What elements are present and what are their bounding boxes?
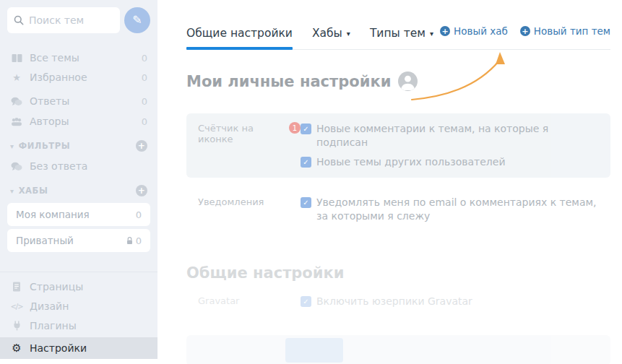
settings-content: Мои личные настройки Счётчик на иконке 1… xyxy=(186,50,610,364)
counter-badge: 1 xyxy=(289,122,301,134)
page-icon xyxy=(10,282,23,292)
hub-item-my-company[interactable]: Моя компания 0 xyxy=(7,203,150,226)
checkbox-checked-icon[interactable]: ✓ xyxy=(301,124,311,134)
personal-settings-section: Мои личные настройки Счётчик на иконке 1… xyxy=(186,72,610,242)
sidebar-item-authors[interactable]: Авторы 0 xyxy=(0,111,157,131)
sidebar-item-settings[interactable]: ⚙ Настройки xyxy=(0,337,157,359)
sidebar-item-design[interactable]: </> Дизайн xyxy=(0,296,157,316)
lock-icon xyxy=(126,237,133,245)
chevron-down-icon[interactable]: ▾ xyxy=(10,187,14,195)
tab-label: Типы тем xyxy=(370,27,426,40)
setting-row-gravatar: Gravatar ✓ Включить юзерпики Gravatar xyxy=(186,295,610,309)
app-window: ✎ Все темы 0 ★ Избранное 0 Ответы 0 Авто… xyxy=(0,0,622,364)
sidebar-item-label: Дизайн xyxy=(30,300,69,312)
gear-icon: ⚙ xyxy=(10,342,23,355)
section-title: Общие настройки xyxy=(186,264,610,282)
sidebar-item-label: Без ответа xyxy=(30,160,87,172)
code-icon: </> xyxy=(10,303,23,311)
hub-item-private[interactable]: Приватный 0 xyxy=(7,229,150,252)
section-title-text: Общие настройки xyxy=(186,264,344,282)
item-count: 0 xyxy=(142,72,147,83)
comments-icon xyxy=(10,97,23,106)
book-icon xyxy=(10,53,23,63)
setting-label: Счётчик на иконке 1 xyxy=(198,122,301,169)
general-settings-section: Общие настройки Gravatar ✓ Включить юзер… xyxy=(186,264,610,364)
checkbox-icon[interactable]: ✓ xyxy=(301,296,311,307)
hub-count: 0 xyxy=(126,235,142,246)
checkbox-option[interactable]: ✓ Новые комментарии к темам, на которые … xyxy=(301,122,599,150)
hub-count: 0 xyxy=(136,209,142,220)
add-filter-button[interactable]: + xyxy=(136,140,147,152)
sidebar-divider xyxy=(0,272,157,272)
chevron-down-icon: ▾ xyxy=(347,30,350,38)
add-hub-button[interactable]: + xyxy=(136,185,147,196)
chevron-down-icon[interactable]: ▾ xyxy=(10,142,14,150)
sidebar-item-label: Ответы xyxy=(30,95,69,107)
setting-row-icon-counter: Счётчик на иконке 1 ✓ Новые комментарии … xyxy=(186,113,610,178)
checkbox-checked-icon[interactable]: ✓ xyxy=(301,197,311,208)
page-title: Мои личные настройки xyxy=(186,72,610,91)
main-panel: Общие настройки Хабы ▾ Типы тем ▾ + Новы… xyxy=(157,0,622,364)
users-icon xyxy=(10,117,23,126)
sidebar-item-unanswered[interactable]: Без ответа xyxy=(0,156,157,176)
star-icon: ★ xyxy=(10,72,23,83)
sidebar-item-label: Настройки xyxy=(30,342,87,354)
tab-label: Хабы xyxy=(312,27,342,40)
sidebar-item-label: Плагины xyxy=(30,320,77,332)
pencil-icon: ✎ xyxy=(132,14,142,26)
plus-circle-icon: + xyxy=(520,26,530,36)
plug-icon xyxy=(10,321,23,331)
tab-hubs[interactable]: Хабы ▾ xyxy=(312,27,350,40)
checkbox-option[interactable]: ✓ Включить юзерпики Gravatar xyxy=(301,295,472,308)
new-topic-type-link[interactable]: + Новый тип тем xyxy=(520,25,610,37)
sidebar-item-label: Страницы xyxy=(30,281,83,292)
plus-circle-icon: + xyxy=(440,26,450,36)
item-count: 0 xyxy=(142,96,147,107)
sidebar-item-answers[interactable]: Ответы 0 xyxy=(0,91,157,111)
sidebar-item-label: Авторы xyxy=(30,116,69,127)
checkbox-option[interactable]: ✓ Новые темы других пользователей xyxy=(301,155,599,169)
tab-general-settings[interactable]: Общие настройки xyxy=(186,27,293,40)
checkbox-checked-icon[interactable]: ✓ xyxy=(301,157,311,168)
section-title: ХАБЫ xyxy=(19,186,48,196)
sidebar-item-label: Все темы xyxy=(30,52,79,64)
search-input[interactable] xyxy=(29,14,113,26)
search-box[interactable] xyxy=(7,7,120,33)
sidebar-section-hubs: ▾ ХАБЫ + xyxy=(0,181,157,200)
option-label: Включить юзерпики Gravatar xyxy=(316,295,472,308)
option-label: Уведомлять меня по email о комментариях … xyxy=(316,196,599,223)
section-title: ФИЛЬТРЫ xyxy=(19,141,71,151)
page-title-text: Мои личные настройки xyxy=(186,72,391,91)
comments-icon xyxy=(10,162,23,171)
faded-button-shape[interactable] xyxy=(285,338,343,363)
faded-setting-row xyxy=(186,335,610,364)
search-icon xyxy=(14,15,24,25)
setting-label: Gravatar xyxy=(198,295,301,309)
sidebar-item-plugins[interactable]: Плагины xyxy=(0,316,157,336)
option-label: Новые темы других пользователей xyxy=(316,155,506,169)
new-hub-link[interactable]: + Новый хаб xyxy=(440,25,508,37)
sidebar-item-pages[interactable]: Страницы xyxy=(0,277,157,297)
tab-label: Общие настройки xyxy=(186,27,293,40)
user-avatar-icon xyxy=(398,72,418,91)
tab-bar: Общие настройки Хабы ▾ Типы тем ▾ + Новы… xyxy=(186,0,610,50)
chevron-down-icon: ▾ xyxy=(430,30,433,38)
setting-label: Уведомления xyxy=(198,196,301,233)
action-label: Новый хаб xyxy=(454,25,508,37)
hub-label: Моя компания xyxy=(16,209,90,220)
hub-label: Приватный xyxy=(16,235,74,246)
sidebar-section-filters: ▾ ФИЛЬТРЫ + xyxy=(0,136,157,155)
new-topic-button[interactable]: ✎ xyxy=(124,7,150,33)
action-label: Новый тип тем xyxy=(534,25,610,37)
option-label: Новые комментарии к темам, на которые я … xyxy=(316,122,599,150)
checkbox-option[interactable]: ✓ Уведомлять меня по email о комментария… xyxy=(301,196,599,223)
sidebar-item-label: Избранное xyxy=(30,72,87,83)
setting-row-notifications: Уведомления ✓ Уведомлять меня по email о… xyxy=(186,187,610,242)
sidebar: ✎ Все темы 0 ★ Избранное 0 Ответы 0 Авто… xyxy=(0,0,157,359)
item-count: 0 xyxy=(142,53,147,64)
sidebar-item-favorites[interactable]: ★ Избранное 0 xyxy=(0,67,157,87)
sidebar-item-all-topics[interactable]: Все темы 0 xyxy=(0,48,157,68)
item-count: 0 xyxy=(142,116,147,127)
tab-topic-types[interactable]: Типы тем ▾ xyxy=(370,27,433,40)
